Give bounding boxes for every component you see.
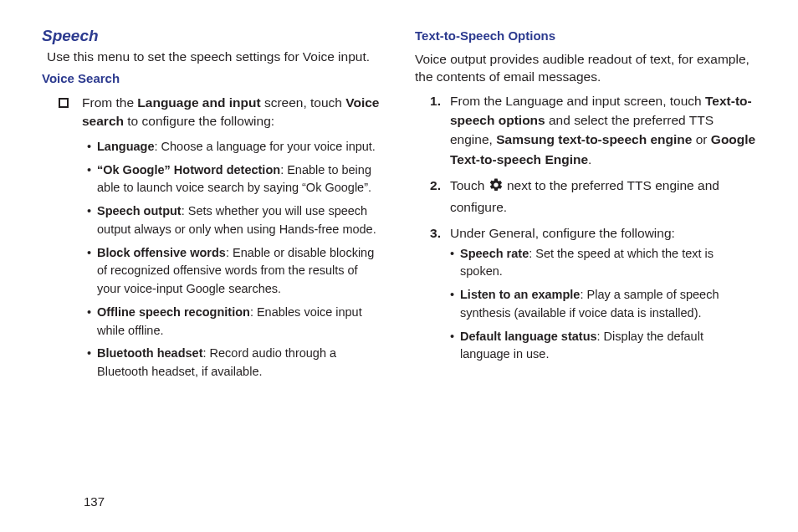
text-fragment: .	[588, 152, 591, 166]
page-number: 137	[84, 494, 105, 509]
text-fragment: Touch	[450, 178, 489, 192]
option-name: Bluetooth headset	[97, 346, 202, 360]
list-item: Block offensive words: Enable or disable…	[87, 244, 383, 299]
option-name: Offline speech recognition	[97, 305, 250, 319]
section-heading-speech: Speech	[42, 27, 383, 45]
step-item: Touch next to the preferred TTS engine a…	[450, 176, 756, 217]
general-options-list: Speech rate: Set the speed at which the …	[450, 245, 756, 365]
list-item: Listen to an example: Play a sample of s…	[450, 286, 756, 323]
gear-icon	[489, 177, 504, 197]
square-bullet-text: From the Language and input screen, touc…	[82, 94, 383, 131]
option-name: Speech output	[97, 204, 182, 217]
list-item: Default language status: Display the def…	[450, 328, 756, 365]
voice-search-options-list: Language: Choose a language for your voi…	[42, 138, 383, 381]
text-fragment: Under General, configure the following:	[450, 226, 675, 240]
subheading-tts-options: Text-to-Speech Options	[415, 28, 756, 43]
text-fragment: or	[692, 132, 710, 146]
list-item: “Ok Google” Hotword detection: Enable to…	[87, 161, 383, 198]
step-item: Under General, configure the following: …	[450, 223, 756, 364]
right-column: Text-to-Speech Options Voice output prov…	[415, 27, 756, 386]
option-name: Language	[97, 140, 154, 153]
list-item: Speech output: Sets whether you will use…	[87, 202, 383, 239]
subheading-voice-search: Voice Search	[42, 71, 383, 85]
text-fragment: From the	[82, 95, 137, 110]
option-name: Speech rate	[460, 247, 529, 260]
square-bullet-item: From the Language and input screen, touc…	[59, 94, 383, 131]
option-name: Listen to an example	[460, 288, 580, 301]
list-item: Bluetooth headset: Record audio through …	[87, 345, 383, 381]
bold-fragment: Language and input	[137, 95, 260, 110]
option-name: Default language status	[460, 330, 597, 343]
step-item: From the Language and input screen, touc…	[450, 91, 756, 169]
speech-intro: Use this menu to set the speech settings…	[47, 49, 383, 66]
two-column-layout: Speech Use this menu to set the speech s…	[42, 27, 756, 386]
list-item: Speech rate: Set the speed at which the …	[450, 245, 756, 282]
manual-page: Speech Use this menu to set the speech s…	[0, 0, 798, 532]
list-item: Offline speech recognition: Enables voic…	[87, 304, 383, 340]
tts-intro: Voice output provides audible readout of…	[415, 51, 756, 86]
text-fragment: screen, touch	[261, 95, 346, 110]
bold-fragment: Samsung text-to-speech engine	[496, 132, 692, 146]
tts-steps-list: From the Language and input screen, touc…	[415, 91, 756, 364]
text-fragment: From the Language and input screen, touc…	[450, 94, 705, 108]
option-name: Block offensive words	[97, 246, 226, 259]
left-column: Speech Use this menu to set the speech s…	[42, 27, 383, 386]
square-bullet-icon	[59, 98, 69, 108]
list-item: Language: Choose a language for your voi…	[87, 138, 383, 156]
option-name: “Ok Google” Hotword detection	[97, 163, 280, 176]
option-desc: : Choose a language for your voice input…	[154, 140, 375, 153]
text-fragment: to configure the following:	[124, 114, 274, 128]
